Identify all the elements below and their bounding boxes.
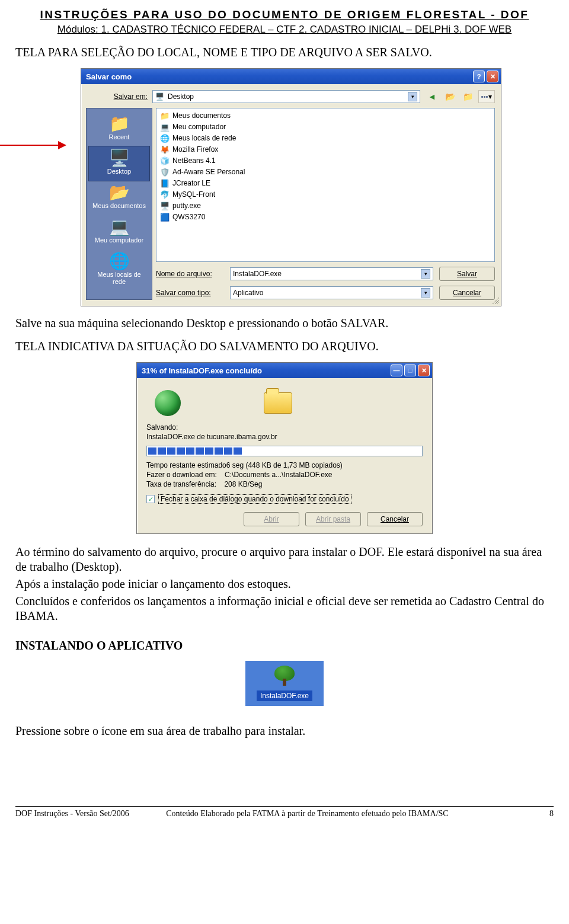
save-button[interactable]: Salvar [439, 267, 495, 281]
view-menu-icon[interactable]: ▾ [478, 90, 495, 103]
places-bar: 📁 Recent 🖥️ Desktop 📂 Meus documentos 💻 … [86, 108, 152, 300]
cancel-download-button[interactable]: Cancelar [367, 512, 423, 526]
download-progress-bar [146, 446, 423, 456]
list-item-label: JCreator LE [172, 179, 210, 187]
cancel-button[interactable]: Cancelar [439, 286, 495, 300]
list-item-label: Mozilla Firefox [172, 145, 218, 154]
filetype-value: Aplicativo [233, 289, 263, 297]
open-button: Abrir [244, 512, 299, 526]
filename-value: InstalaDOF.exe [233, 270, 282, 278]
chevron-down-icon: ▾ [408, 92, 417, 101]
minimize-button[interactable]: — [391, 365, 402, 376]
place-network[interactable]: 🌐 Meus locais de rede [89, 250, 149, 291]
filetype-label: Salvar como tipo: [156, 289, 224, 297]
tree-icon [273, 666, 296, 687]
list-item-label: putty.exe [172, 202, 201, 210]
list-item[interactable]: 🛡️Ad-Aware SE Personal [160, 167, 491, 177]
desktop-shortcut[interactable]: InstalaDOF.exe [245, 661, 324, 706]
folder-icon: 📁 [160, 111, 170, 120]
app-icon: 🦊 [160, 145, 170, 154]
exe-icon: 🖥️ [160, 201, 170, 210]
close-button[interactable]: ✕ [487, 71, 498, 82]
salvar-em-value: Desktop [168, 92, 194, 101]
file-list[interactable]: 📁Meus documentos 💻Meu computador 🌐Meus l… [156, 108, 495, 262]
footer-page-number: 8 [522, 809, 554, 819]
list-item[interactable]: 🧊NetBeans 4.1 [160, 156, 491, 165]
app-icon: 🛡️ [160, 167, 170, 177]
download-target: Fazer o download em: C:\Documents a...\I… [146, 471, 423, 479]
help-button[interactable]: ? [473, 71, 485, 82]
folder-icon [264, 392, 292, 414]
new-folder-icon[interactable]: 📁 [461, 90, 475, 103]
saveas-titlebar[interactable]: Salvar como ? ✕ [81, 69, 501, 84]
download-title-text: 31% of InstalaDOF.exe concluído [142, 366, 262, 375]
saveas-title-text: Salvar como [86, 72, 132, 81]
back-icon[interactable]: ◄ [425, 90, 439, 103]
paragraph-6: Concluídos e conferidos os lançamentos a… [15, 594, 554, 624]
computer-icon: 💻 [90, 219, 148, 235]
list-item[interactable]: 📘JCreator LE [160, 178, 491, 188]
app-icon: 🧊 [160, 156, 170, 165]
filename-label: Nome do arquivo: [156, 270, 224, 278]
maximize-button[interactable]: □ [404, 365, 416, 376]
download-saving-label: Salvando: [146, 423, 423, 431]
doc-subtitle: Módulos: 1. CADASTRO TÉCNICO FEDERAL – C… [15, 24, 554, 36]
paragraph-4: Ao término do salvamento do arquivo, pro… [15, 545, 554, 574]
place-computer[interactable]: 💻 Meu computador [89, 215, 149, 250]
list-item[interactable]: 🐬MySQL-Front [160, 190, 491, 199]
place-recent[interactable]: 📁 Recent [89, 112, 149, 146]
list-item-label: Ad-Aware SE Personal [172, 168, 245, 176]
list-item[interactable]: 💻Meu computador [160, 122, 491, 132]
doc-title: INSTRUÇÕES PARA USO DO DOCUMENTO DE ORIG… [15, 8, 554, 21]
close-button[interactable]: ✕ [418, 365, 430, 376]
footer-left: DOF Instruções - Versão Set/2006 [15, 809, 166, 819]
place-documents[interactable]: 📂 Meus documentos [89, 181, 149, 215]
list-item-label: NetBeans 4.1 [172, 156, 216, 165]
download-rate: Taxa de transferência: 208 KB/Seg [146, 480, 423, 488]
chevron-down-icon: ▾ [421, 288, 430, 298]
download-titlebar[interactable]: 31% of InstalaDOF.exe concluído — □ ✕ [137, 363, 432, 378]
network-icon: 🌐 [90, 253, 148, 270]
list-item-label: QWS3270 [172, 213, 205, 221]
save-as-dialog: Salvar como ? ✕ Salvar em: 🖥️ Desktop ▾ … [81, 68, 501, 306]
chevron-down-icon: ▾ [421, 269, 430, 279]
page-footer: DOF Instruções - Versão Set/2006 Conteúd… [15, 806, 554, 819]
app-icon: 🟦 [160, 212, 170, 222]
list-item[interactable]: 📁Meus documentos [160, 111, 491, 120]
paragraph-3: TELA INDICATIVA DA SITUAÇÃO DO SALVAMENT… [15, 339, 554, 354]
desktop-icon: 🖥️ [155, 92, 164, 101]
resize-grip-icon[interactable] [491, 296, 499, 304]
folder-icon: 📂 [90, 184, 148, 201]
place-desktop-label: Desktop [90, 168, 148, 175]
paragraph-1: TELA PARA SELEÇÃO DO LOCAL, NOME E TIPO … [15, 45, 554, 60]
desktop-icon: 🖥️ [90, 150, 148, 167]
section-heading-install: INSTALANDO O APLICATIVO [15, 639, 554, 653]
place-computer-label: Meu computador [90, 236, 148, 244]
list-item[interactable]: 🟦QWS3270 [160, 212, 491, 222]
shortcut-label: InstalaDOF.exe [257, 690, 312, 701]
list-item[interactable]: 🖥️putty.exe [160, 201, 491, 210]
list-item[interactable]: 🦊Mozilla Firefox [160, 145, 491, 154]
place-network-label: Meus locais de rede [90, 271, 148, 285]
list-item-label: MySQL-Front [172, 190, 215, 199]
download-time-remaining: Tempo restante estimado6 seg (448 KB de … [146, 461, 423, 469]
place-docs-label: Meus documentos [90, 202, 148, 209]
filename-input[interactable]: InstalaDOF.exe ▾ [230, 267, 433, 280]
salvar-em-label: Salvar em: [86, 92, 148, 101]
place-desktop[interactable]: 🖥️ Desktop [88, 146, 150, 181]
download-file-text: InstalaDOF.exe de tucunare.ibama.gov.br [146, 433, 423, 441]
callout-arrow [0, 140, 69, 152]
network-icon: 🌐 [160, 133, 170, 143]
computer-icon: 💻 [160, 122, 170, 132]
app-icon: 📘 [160, 178, 170, 188]
paragraph-7: Pressione sobre o ícone em sua área de t… [15, 724, 554, 738]
list-item-label: Meus locais de rede [172, 134, 236, 142]
app-icon: 🐬 [160, 190, 170, 199]
close-when-done-checkbox[interactable]: ✓ [146, 495, 155, 503]
filetype-dropdown[interactable]: Aplicativo ▾ [230, 286, 433, 299]
up-folder-icon[interactable]: 📂 [443, 90, 457, 103]
list-item[interactable]: 🌐Meus locais de rede [160, 133, 491, 143]
folder-icon: 📁 [90, 116, 148, 132]
salvar-em-dropdown[interactable]: 🖥️ Desktop ▾ [152, 90, 420, 103]
paragraph-5: Após a instalação pode iniciar o lançame… [15, 577, 554, 592]
